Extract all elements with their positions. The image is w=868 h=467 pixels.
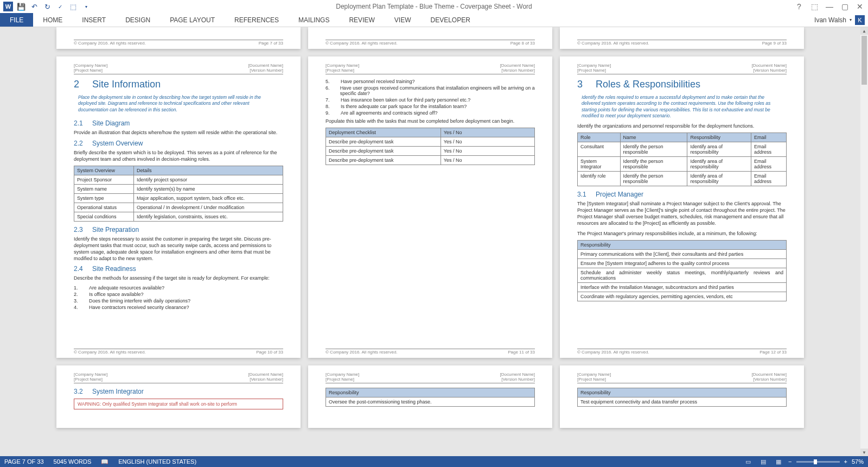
page-11[interactable]: [Company Name][Project Name][Document Na…	[308, 56, 552, 358]
tab-review[interactable]: REVIEW	[339, 13, 384, 27]
qat-customize-icon[interactable]: ▾	[80, 1, 92, 12]
status-bar: PAGE 7 OF 33 5045 WORDS 📖 ENGLISH (UNITE…	[0, 456, 868, 467]
document-area[interactable]: © Company 2016. All rights reserved.Page…	[0, 27, 860, 456]
page-14-top[interactable]: [Company Name][Project Name][Document Na…	[308, 365, 552, 428]
page-7-bottom[interactable]: © Company 2016. All rights reserved.Page…	[56, 27, 301, 49]
save-icon[interactable]: 💾	[15, 1, 27, 12]
page-header: [Company Name][Project Name] [Document N…	[74, 63, 283, 74]
page-8-bottom[interactable]: © Company 2016. All rights reserved.Page…	[308, 27, 552, 49]
spelling-icon[interactable]: ✓	[54, 1, 66, 12]
warning-box: WARNING: Only qualified System Integrato…	[74, 399, 283, 409]
user-name: Ivan Walsh	[814, 16, 846, 24]
undo-icon[interactable]: ↶	[28, 1, 40, 12]
heading-system-overview: 2.2System Overview	[74, 140, 283, 147]
window-title: Deployment Plan Template - Blue Theme - …	[336, 3, 532, 10]
tab-view[interactable]: VIEW	[385, 13, 421, 27]
word-app-icon: W	[2, 1, 14, 12]
page-indicator[interactable]: PAGE 7 OF 33	[4, 458, 44, 465]
page-10[interactable]: [Company Name][Project Name] [Document N…	[56, 56, 301, 358]
heading-system-integrator: 3.2System Integrator	[74, 388, 283, 395]
ribbon-options-icon[interactable]: ⬚	[808, 1, 820, 12]
page-9-bottom[interactable]: © Company 2016. All rights reserved.Page…	[560, 27, 804, 49]
system-overview-table: System OverviewDetails Project SponsorId…	[74, 166, 283, 222]
heading-project-manager: 3.1Project Manager	[577, 191, 787, 198]
readiness-list: 1.Are adequate resources available? 2.Is…	[74, 285, 283, 310]
deployment-checklist-table: Deployment ChecklistYes / No Describe pr…	[326, 128, 535, 165]
word-count[interactable]: 5045 WORDS	[54, 458, 92, 465]
page-12[interactable]: [Company Name][Project Name][Document Na…	[560, 56, 804, 358]
help-icon[interactable]: ?	[793, 1, 805, 12]
heading-roles: 3Roles & Responsibilities	[577, 79, 787, 90]
user-avatar: K	[855, 15, 865, 25]
proofing-icon[interactable]: 📖	[101, 458, 108, 465]
tab-design[interactable]: DESIGN	[116, 13, 160, 27]
web-layout-icon[interactable]: ▦	[773, 458, 784, 465]
redo-icon[interactable]: ↻	[41, 1, 53, 12]
tab-file[interactable]: FILE	[0, 13, 33, 27]
read-mode-icon[interactable]: ▭	[743, 458, 754, 465]
roles-table: RoleNameResponsibilityEmail ConsultantId…	[577, 132, 787, 186]
page-15-top[interactable]: [Company Name][Project Name][Document Na…	[560, 365, 804, 428]
tab-insert[interactable]: INSERT	[72, 13, 116, 27]
tab-home[interactable]: HOME	[33, 13, 72, 27]
heading-site-diagram: 2.1Site Diagram	[74, 119, 283, 127]
zoom-in-icon[interactable]: +	[844, 458, 847, 465]
close-icon[interactable]: ✕	[854, 1, 866, 12]
minimize-icon[interactable]: —	[824, 1, 835, 12]
responsibility-table-2: Responsibility Oversee the post-commissi…	[326, 388, 535, 407]
print-layout-icon[interactable]: ▤	[758, 458, 769, 465]
readiness-list-cont: 5.Have personnel received training? 6.Ha…	[326, 79, 535, 116]
vertical-scrollbar[interactable]: ▲ ▼	[860, 27, 868, 456]
tab-references[interactable]: REFERENCES	[225, 13, 289, 27]
maximize-icon[interactable]: ▢	[839, 1, 851, 12]
ribbon-tabs: FILE HOME INSERT DESIGN PAGE LAYOUT REFE…	[0, 13, 868, 27]
touch-mode-icon[interactable]: ⬚	[67, 1, 79, 12]
document-workspace: © Company 2016. All rights reserved.Page…	[0, 27, 868, 456]
tab-mailings[interactable]: MAILINGS	[289, 13, 339, 27]
language-indicator[interactable]: ENGLISH (UNITED STATES)	[118, 458, 196, 465]
scroll-up-icon[interactable]: ▲	[860, 27, 868, 35]
instruction-text: Place the deployment site in context by …	[74, 94, 283, 116]
responsibility-table-3: Responsibility Test equipment connectivi…	[577, 388, 787, 407]
tab-developer[interactable]: DEVELOPER	[420, 13, 480, 27]
heading-site-readiness: 2.4Site Readiness	[74, 265, 283, 273]
heading-site-information: 2Site Information	[74, 79, 283, 90]
heading-site-preparation: 2.3Site Preparation	[74, 226, 283, 234]
pm-responsibility-table: Responsibility Primary communications wi…	[577, 240, 787, 301]
zoom-out-icon[interactable]: −	[788, 458, 792, 465]
scroll-thumb[interactable]	[861, 36, 867, 85]
scroll-down-icon[interactable]: ▼	[860, 449, 868, 456]
user-account[interactable]: Ivan Walsh ▾ K	[814, 13, 868, 27]
chevron-down-icon: ▾	[850, 17, 852, 22]
zoom-slider[interactable]	[796, 461, 840, 463]
tab-page-layout[interactable]: PAGE LAYOUT	[160, 13, 225, 27]
title-bar: W 💾 ↶ ↻ ✓ ⬚ ▾ Deployment Plan Template -…	[0, 0, 868, 13]
page-13-top[interactable]: [Company Name][Project Name][Document Na…	[56, 365, 301, 428]
zoom-level[interactable]: 57%	[852, 458, 864, 465]
